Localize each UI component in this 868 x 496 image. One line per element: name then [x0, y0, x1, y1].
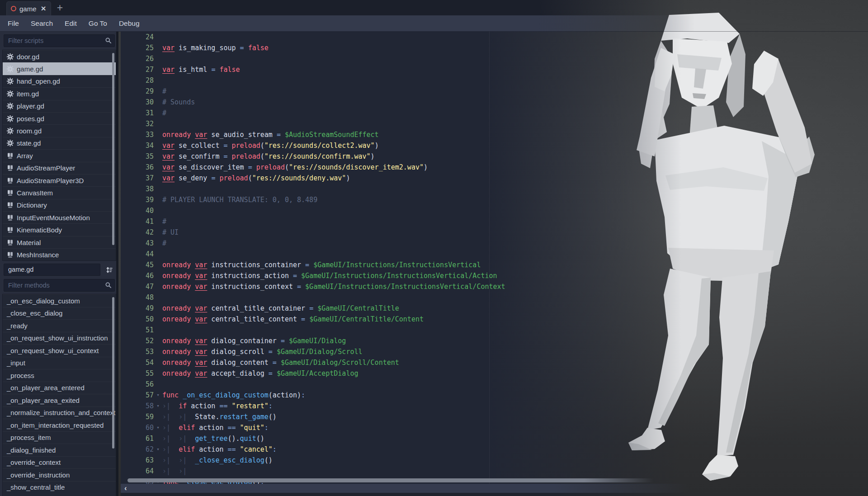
code-text: ›| ›| _close_esc_dialog()	[162, 455, 868, 466]
code-text: # UI	[162, 227, 868, 238]
code-text	[162, 75, 868, 86]
method-item[interactable]: _process	[3, 369, 116, 382]
doc-item[interactable]: KinematicBody	[3, 223, 116, 236]
method-item[interactable]: _close_esc_dialog	[3, 307, 116, 320]
code-line: 57▾func _on_esc_dialog_custom(action):	[121, 390, 868, 401]
method-item[interactable]: _on_player_area_exited	[3, 394, 116, 406]
method-item[interactable]: _process_item	[3, 431, 116, 444]
method-item[interactable]: _ready	[3, 319, 116, 332]
code-line: 59›| ›| State.restart_game()	[121, 411, 868, 422]
menu-file[interactable]: File	[2, 19, 25, 28]
method-item[interactable]: _show_central_title	[3, 481, 116, 494]
scripts-scrollbar[interactable]	[112, 53, 114, 245]
doc-item[interactable]: InputEventMouseMotion	[3, 211, 116, 223]
fold-arrow-icon[interactable]: ▾	[154, 401, 162, 411]
sort-methods-button[interactable]	[103, 264, 115, 276]
method-item[interactable]: _input	[3, 357, 116, 369]
menu-debug[interactable]: Debug	[113, 19, 146, 28]
script-item[interactable]: room.gd	[3, 124, 116, 137]
code-line: 33onready var se_audio_stream = $AudioSt…	[121, 129, 868, 140]
script-item[interactable]: hand_open.gd	[3, 75, 116, 87]
doc-item[interactable]: CanvasItem	[3, 186, 116, 198]
horizontal-scrollbar[interactable]	[127, 478, 659, 482]
doc-item[interactable]: AudioStreamPlayer	[3, 162, 116, 174]
code-text	[162, 32, 868, 43]
method-item[interactable]: _override_instruction	[3, 468, 116, 481]
method-item[interactable]: _normalize_instruction_and_context	[3, 406, 116, 419]
gear-icon	[7, 115, 14, 122]
code-line: 56	[121, 379, 868, 390]
fold-gutter	[154, 151, 162, 162]
code-line: 27var is_html = false	[121, 64, 868, 75]
filter-methods-input[interactable]	[4, 279, 115, 292]
line-number: 54	[121, 357, 154, 368]
line-number: 25	[121, 43, 154, 53]
code-text	[162, 53, 868, 64]
method-item[interactable]: _on_request_show_ui_instruction	[3, 332, 116, 345]
method-item[interactable]: _on_item_interaction_requested	[3, 419, 116, 431]
method-item[interactable]: _on_esc_dialog_custom	[3, 294, 116, 307]
fold-gutter	[154, 162, 162, 173]
menu-edit[interactable]: Edit	[59, 19, 83, 28]
item-label: poses.gd	[17, 115, 44, 123]
fold-gutter	[154, 140, 162, 151]
item-label: CanvasItem	[17, 189, 53, 197]
script-editor: 2425var is_making_soup = false2627var is…	[121, 32, 868, 496]
fold-gutter	[154, 43, 162, 53]
code-text: #	[162, 108, 868, 118]
close-tab-icon[interactable]: ×	[41, 5, 46, 12]
methods-scrollbar[interactable]	[112, 297, 114, 449]
line-number: 53	[121, 346, 154, 357]
doc-item[interactable]: Array	[3, 149, 116, 161]
item-label: MeshInstance	[17, 251, 59, 259]
code-editor[interactable]: 2425var is_making_soup = false2627var is…	[121, 32, 868, 485]
script-item[interactable]: player.gd	[3, 100, 116, 112]
code-line: 36var se_discover_item = preload("res://…	[121, 162, 868, 173]
methods-list: _on_esc_dialog_custom_close_esc_dialog_r…	[2, 294, 116, 496]
fold-gutter	[154, 118, 162, 129]
scripts-panel: door.gdgame.gdhand_open.gditem.gdplayer.…	[0, 32, 118, 496]
tab-game[interactable]: game ×	[6, 1, 51, 15]
script-item[interactable]: game.gd	[3, 62, 116, 75]
script-item[interactable]: door.gd	[3, 50, 116, 62]
doc-item[interactable]: Dictionary	[3, 199, 116, 211]
script-item[interactable]: poses.gd	[3, 112, 116, 124]
code-line: 41#	[121, 216, 868, 227]
doc-item[interactable]: MeshInstance	[3, 248, 116, 260]
fold-arrow-icon[interactable]: ▾	[154, 422, 162, 433]
script-item[interactable]: item.gd	[3, 87, 116, 99]
sort-icon	[106, 266, 113, 274]
menu-go-to[interactable]: Go To	[83, 19, 113, 28]
item-label: InputEventMouseMotion	[17, 214, 90, 222]
method-item[interactable]: _on_request_show_ui_context	[3, 344, 116, 357]
line-number: 31	[121, 108, 154, 118]
line-number: 27	[121, 64, 154, 75]
doc-icon	[7, 239, 14, 246]
menu-search[interactable]: Search	[25, 19, 59, 28]
method-item[interactable]: _on_player_area_entered	[3, 382, 116, 394]
collapse-panel-button[interactable]: ‹	[124, 484, 127, 492]
line-number: 33	[121, 129, 154, 140]
doc-icon	[7, 189, 14, 196]
fold-gutter	[154, 194, 162, 205]
method-item[interactable]: _override_context	[3, 456, 116, 469]
fold-arrow-icon[interactable]: ▾	[154, 444, 162, 455]
new-tab-button[interactable]: +	[57, 1, 63, 15]
doc-icon	[7, 214, 14, 221]
code-text: #	[162, 238, 868, 249]
method-item[interactable]: _dialog_finished	[3, 444, 116, 456]
code-line: 29#	[121, 86, 868, 97]
code-line: 48	[121, 292, 868, 303]
fold-gutter	[154, 86, 162, 97]
doc-item[interactable]: AudioStreamPlayer3D	[3, 174, 116, 186]
fold-gutter	[154, 335, 162, 346]
filter-scripts-input[interactable]	[4, 34, 115, 47]
fold-arrow-icon[interactable]: ▾	[154, 390, 162, 401]
doc-item[interactable]: Material	[3, 236, 116, 248]
script-item[interactable]: state.gd	[3, 137, 116, 149]
item-label: game.gd	[17, 65, 43, 73]
script-path-field[interactable]: game.gd	[4, 264, 100, 276]
code-line: 31#	[121, 108, 868, 118]
fold-gutter	[154, 64, 162, 75]
code-line: 60▾›| elif action == "quit":	[121, 422, 868, 433]
